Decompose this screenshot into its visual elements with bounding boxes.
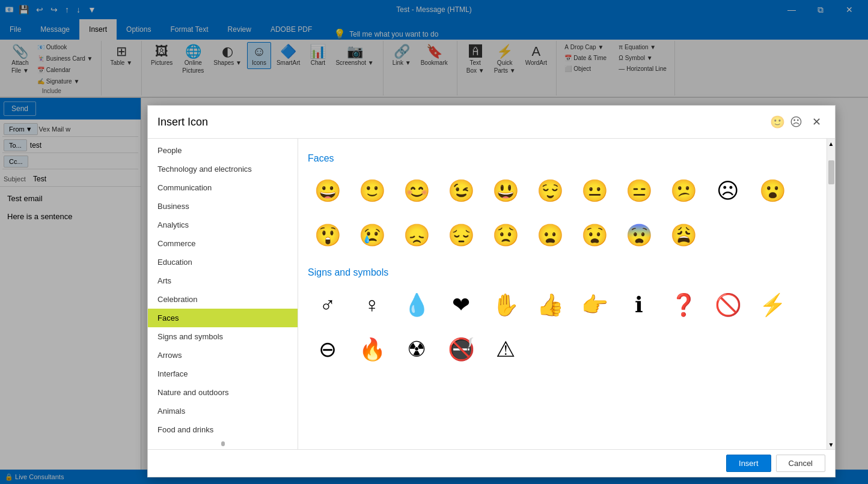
icon-anguished[interactable]: 😦 [530, 216, 570, 255]
icon-point[interactable]: 👉 [575, 285, 614, 325]
icon-happy[interactable]: 😃 [486, 171, 525, 211]
dialog-scrollbar: ▲ ▼ [827, 139, 835, 449]
icon-smile[interactable]: 😊 [397, 171, 436, 211]
icon-info[interactable]: ℹ [619, 285, 659, 325]
icon-drop[interactable]: 💧 [397, 285, 436, 325]
category-interface[interactable]: Interface [148, 365, 298, 383]
scrollbar-thumb[interactable] [828, 160, 834, 184]
sad-face-header[interactable]: ☹ [790, 115, 802, 129]
category-analytics[interactable]: Analytics [148, 216, 298, 234]
icon-disappointed[interactable]: 😞 [397, 216, 436, 255]
dialog-body: People Technology and electronics Commun… [148, 139, 835, 449]
insert-icon-dialog: Insert Icon 🙂 ☹ ✕ People Technology and … [147, 105, 836, 477]
dialog-footer: Insert Cancel [148, 449, 835, 477]
icon-frown[interactable]: ☹ [708, 171, 748, 211]
icon-neutral[interactable]: 😐 [575, 171, 614, 211]
category-animals[interactable]: Animals [148, 402, 298, 420]
scrollbar-track [827, 148, 835, 440]
icon-wink[interactable]: 😉 [441, 171, 481, 211]
dialog-header-right: 🙂 ☹ ✕ [770, 113, 825, 131]
icon-relieved[interactable]: 😌 [530, 171, 570, 211]
category-food[interactable]: Food and drinks [148, 420, 298, 439]
icon-question[interactable]: ❓ [664, 285, 703, 325]
icon-minus-circle[interactable]: ⊖ [308, 330, 347, 369]
icon-surprised[interactable]: 😮 [753, 171, 792, 211]
category-education[interactable]: Education [148, 253, 298, 271]
cancel-btn[interactable]: Cancel [776, 455, 825, 472]
category-business[interactable]: Business [148, 197, 298, 216]
icons-panel: Faces 😀 🙂 😊 😉 😃 😌 😐 😑 😕 ☹ 😮 😲 😢 [298, 139, 827, 449]
category-celebration[interactable]: Celebration [148, 290, 298, 309]
icon-worried[interactable]: 😟 [486, 216, 525, 255]
icon-grinning[interactable]: 😀 [308, 171, 347, 211]
category-commerce[interactable]: Commerce [148, 234, 298, 253]
signs-icons-grid: ♂ ♀ 💧 ❤ ✋ 👍 👉 ℹ ❓ 🚫 ⚡ ⊖ 🔥 ☢ 🚭 ⚠ [308, 285, 817, 369]
icon-heart[interactable]: ❤ [441, 285, 481, 325]
happy-face-header[interactable]: 🙂 [770, 115, 785, 129]
faces-icons-grid: 😀 🙂 😊 😉 😃 😌 😐 😑 😕 ☹ 😮 😲 😢 😞 😔 [308, 171, 817, 255]
icon-thumbsup[interactable]: 👍 [530, 285, 570, 325]
dialog-overlay: Insert Icon 🙂 ☹ ✕ People Technology and … [0, 0, 868, 484]
category-signs[interactable]: Signs and symbols [148, 327, 298, 346]
icon-fearful[interactable]: 😧 [575, 216, 614, 255]
icon-cry[interactable]: 😢 [352, 216, 392, 255]
category-technology[interactable]: Technology and electronics [148, 160, 298, 178]
faces-section-title: Faces [308, 153, 817, 164]
icon-warning[interactable]: ⚠ [486, 330, 525, 369]
header-row: Insert Icon 🙂 ☹ ✕ [157, 113, 825, 131]
icon-cold[interactable]: 😨 [619, 216, 659, 255]
dialog-header: Insert Icon 🙂 ☹ ✕ [148, 106, 835, 139]
category-arts[interactable]: Arts [148, 271, 298, 290]
dialog-close-btn[interactable]: ✕ [807, 113, 825, 131]
dialog-title: Insert Icon [157, 116, 208, 129]
icon-male[interactable]: ♂ [308, 285, 347, 325]
scrollbar-up-btn[interactable]: ▲ [827, 139, 835, 148]
category-list: People Technology and electronics Commun… [148, 139, 298, 449]
category-faces[interactable]: Faces [148, 309, 298, 327]
icon-slight-smile[interactable]: 🙂 [352, 171, 392, 211]
category-nature[interactable]: Nature and outdoors [148, 383, 298, 402]
scrollbar-down-btn[interactable]: ▼ [827, 440, 835, 449]
icon-weary[interactable]: 😩 [664, 216, 703, 255]
icon-hand[interactable]: ✋ [486, 285, 525, 325]
icon-fire[interactable]: 🔥 [352, 330, 392, 369]
icon-no[interactable]: 🚫 [708, 285, 748, 325]
category-communication[interactable]: Communication [148, 178, 298, 197]
signs-section-title: Signs and symbols [308, 267, 817, 278]
icon-confused[interactable]: 😕 [664, 171, 703, 211]
icon-expressionless[interactable]: 😑 [619, 171, 659, 211]
icon-astonished[interactable]: 😲 [308, 216, 347, 255]
icon-radioactive[interactable]: ☢ [397, 330, 436, 369]
category-people[interactable]: People [148, 141, 298, 160]
icon-no-smoking[interactable]: 🚭 [441, 330, 481, 369]
category-arrows[interactable]: Arrows [148, 346, 298, 365]
icon-female[interactable]: ♀ [352, 285, 392, 325]
insert-btn[interactable]: Insert [726, 455, 771, 472]
icon-lightning[interactable]: ⚡ [753, 285, 792, 325]
icon-pensive[interactable]: 😔 [441, 216, 481, 255]
